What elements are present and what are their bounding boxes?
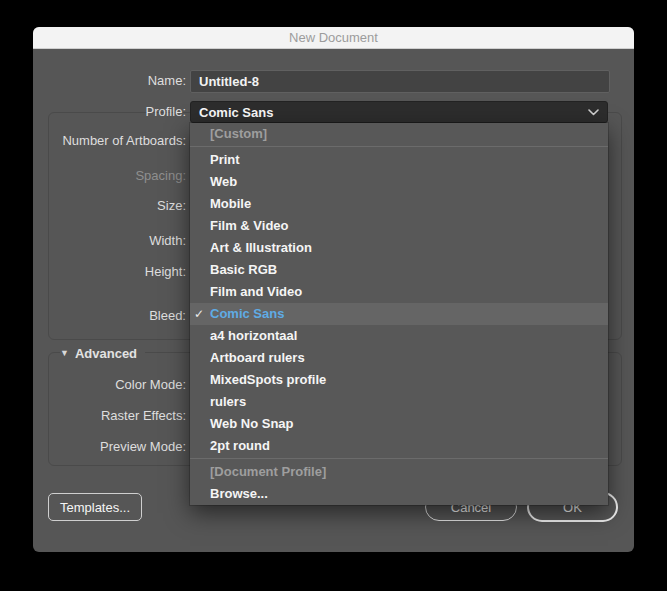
dropdown-item[interactable]: Print <box>190 149 608 171</box>
advanced-disclosure[interactable]: ▼ Advanced <box>60 344 145 362</box>
size-label: Size: <box>33 196 186 216</box>
dropdown-item[interactable]: Basic RGB <box>190 259 608 281</box>
checkmark-icon: ✓ <box>194 303 208 325</box>
profile-dropdown-menu: [Custom]PrintWebMobileFilm & VideoArt & … <box>190 123 608 505</box>
titlebar: New Document <box>33 27 634 49</box>
dropdown-item[interactable]: Comic Sans✓ <box>190 303 608 325</box>
dropdown-item[interactable]: Web <box>190 171 608 193</box>
dropdown-item[interactable]: Art & Illustration <box>190 237 608 259</box>
width-label: Width: <box>33 231 186 251</box>
dropdown-item[interactable]: Browse... <box>190 483 608 505</box>
dropdown-item: [Custom] <box>190 123 608 145</box>
dropdown-item[interactable]: Web No Snap <box>190 413 608 435</box>
profile-label: Profile: <box>33 102 186 122</box>
dropdown-item[interactable]: Film & Video <box>190 215 608 237</box>
bleed-label: Bleed: <box>33 306 186 326</box>
chevron-down-icon <box>588 109 599 116</box>
dropdown-item[interactable]: Film and Video <box>190 281 608 303</box>
templates-button[interactable]: Templates... <box>48 493 142 521</box>
dropdown-item[interactable]: Mobile <box>190 193 608 215</box>
preview-mode-label: Preview Mode: <box>33 437 186 457</box>
profile-select[interactable]: Comic Sans <box>190 101 608 123</box>
dropdown-item[interactable]: MixedSpots profile <box>190 369 608 391</box>
spacing-label: Spacing: <box>33 166 186 186</box>
new-document-dialog: New Document Name: Profile: Comic Sans N… <box>33 27 634 552</box>
number-of-artboards-label: Number of Artboards: <box>33 131 186 151</box>
disclosure-triangle-icon: ▼ <box>60 349 69 358</box>
name-label: Name: <box>33 71 186 91</box>
dropdown-item[interactable]: 2pt round <box>190 435 608 457</box>
dropdown-item[interactable]: a4 horizontaal <box>190 325 608 347</box>
advanced-label: Advanced <box>75 346 137 361</box>
dropdown-item[interactable]: Artboard rulers <box>190 347 608 369</box>
name-input[interactable] <box>190 70 610 93</box>
dropdown-item[interactable]: rulers <box>190 391 608 413</box>
window-title: New Document <box>289 30 378 45</box>
height-label: Height: <box>33 262 186 282</box>
color-mode-label: Color Mode: <box>33 375 186 395</box>
raster-effects-label: Raster Effects: <box>33 406 186 426</box>
profile-select-value: Comic Sans <box>199 105 273 120</box>
dropdown-item: [Document Profile] <box>190 461 608 483</box>
